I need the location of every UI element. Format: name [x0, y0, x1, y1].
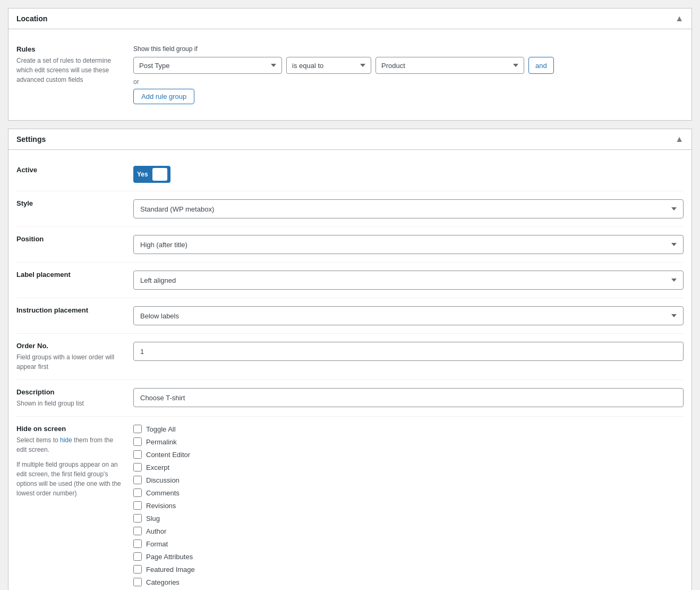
hide-on-screen-row: Hide on screen Select items to hide them… — [16, 417, 684, 590]
position-content: High (after title) Normal (after content… — [133, 235, 684, 254]
style-row: Style Standard (WP metabox) Seamless (no… — [16, 191, 684, 227]
checkbox-author-input[interactable] — [133, 527, 142, 535]
settings-panel: Settings ▲ Active Yes Style Standard (WP — [8, 129, 692, 590]
checkbox-format-input[interactable] — [133, 540, 142, 548]
checkbox-slug-input[interactable] — [133, 514, 142, 522]
checkbox-featured-image: Featured Image — [133, 565, 684, 574]
checkbox-revisions: Revisions — [133, 501, 684, 510]
location-panel-header: Location ▲ — [8, 9, 692, 29]
checkbox-revisions-input[interactable] — [133, 501, 142, 510]
rules-label-area: Rules Create a set of rules to determine… — [16, 45, 133, 104]
show-if-label: Show this field group if — [133, 45, 684, 53]
checkbox-slug: Slug — [133, 514, 684, 522]
hide-on-screen-label-area: Hide on screen Select items to hide them… — [16, 425, 133, 590]
checkbox-featured-image-label[interactable]: Featured Image — [146, 566, 195, 574]
active-content: Yes — [133, 166, 684, 183]
active-label: Active — [16, 166, 123, 174]
checkbox-comments: Comments — [133, 488, 684, 497]
active-toggle[interactable]: Yes — [133, 166, 170, 183]
position-label-area: Position — [16, 235, 133, 254]
checkbox-excerpt-label[interactable]: Excerpt — [146, 463, 169, 471]
hide-on-screen-label: Hide on screen — [16, 425, 123, 433]
checkbox-comments-label[interactable]: Comments — [146, 489, 180, 497]
checkbox-toggle-all-input[interactable] — [133, 425, 142, 433]
location-panel-toggle[interactable]: ▲ — [675, 14, 684, 23]
order-no-content — [133, 342, 684, 372]
settings-panel-header: Settings ▲ — [8, 129, 692, 150]
checkbox-page-attributes-input[interactable] — [133, 552, 142, 561]
add-rule-group-button[interactable]: Add rule group — [133, 89, 194, 104]
checkbox-featured-image-input[interactable] — [133, 565, 142, 574]
checkbox-categories-label[interactable]: Categories — [146, 578, 180, 586]
label-placement-label: Label placement — [16, 271, 123, 279]
checkbox-comments-input[interactable] — [133, 488, 142, 497]
rules-content: Show this field group if Post Type Page … — [133, 45, 684, 104]
location-panel-title: Location — [16, 14, 47, 23]
hide-on-screen-desc2: If multiple field groups appear on an ed… — [16, 460, 123, 498]
rules-desc: Create a set of rules to determine which… — [16, 56, 123, 85]
active-row: Active Yes — [16, 158, 684, 191]
description-row: Description Shown in field group list — [16, 380, 684, 417]
operator-select[interactable]: is equal to is not equal to — [286, 57, 371, 74]
position-select[interactable]: High (after title) Normal (after content… — [133, 235, 684, 254]
rule-row: Post Type Page Type Taxonomy User Option… — [133, 57, 684, 74]
settings-panel-title: Settings — [16, 135, 46, 144]
label-placement-label-area: Label placement — [16, 271, 133, 290]
instruction-placement-label-area: Instruction placement — [16, 306, 133, 325]
checkbox-format-label[interactable]: Format — [146, 540, 168, 548]
hide-on-screen-desc1: Select items to hide them from the edit … — [16, 435, 123, 454]
checkbox-slug-label[interactable]: Slug — [146, 515, 160, 522]
order-no-label: Order No. — [16, 342, 123, 350]
label-placement-select[interactable]: Left aligned Top aligned — [133, 271, 684, 290]
checkbox-categories: Categories — [133, 578, 684, 586]
and-button[interactable]: and — [528, 57, 554, 74]
checkbox-excerpt: Excerpt — [133, 463, 684, 471]
order-no-desc: Field groups with a lower order will app… — [16, 352, 123, 372]
checkbox-page-attributes: Page Attributes — [133, 552, 684, 561]
position-label: Position — [16, 235, 123, 243]
location-panel-body: Rules Create a set of rules to determine… — [8, 29, 692, 120]
settings-panel-body: Active Yes Style Standard (WP metabox) S… — [8, 150, 692, 590]
checkbox-discussion: Discussion — [133, 476, 684, 484]
hide-on-screen-content: Toggle All Permalink Content Editor Exce… — [133, 425, 684, 590]
instruction-placement-label: Instruction placement — [16, 306, 123, 314]
style-select[interactable]: Standard (WP metabox) Seamless (no metab… — [133, 199, 684, 218]
order-no-row: Order No. Field groups with a lower orde… — [16, 334, 684, 380]
description-input[interactable] — [133, 388, 684, 407]
checkbox-excerpt-input[interactable] — [133, 463, 142, 471]
description-label: Description — [16, 388, 123, 396]
settings-panel-toggle[interactable]: ▲ — [675, 134, 684, 144]
checkbox-permalink-label[interactable]: Permalink — [146, 438, 177, 446]
value-select[interactable]: Product Post Page — [375, 57, 524, 74]
instruction-placement-select[interactable]: Below labels Below fields — [133, 306, 684, 325]
checkbox-page-attributes-label[interactable]: Page Attributes — [146, 553, 193, 561]
style-label: Style — [16, 199, 123, 207]
checkbox-author: Author — [133, 527, 684, 535]
checkbox-content-editor-label[interactable]: Content Editor — [146, 451, 190, 459]
checkbox-toggle-all: Toggle All — [133, 425, 684, 433]
order-no-label-area: Order No. Field groups with a lower orde… — [16, 342, 133, 372]
checkbox-content-editor: Content Editor — [133, 450, 684, 459]
checkbox-revisions-label[interactable]: Revisions — [146, 502, 176, 510]
position-row: Position High (after title) Normal (afte… — [16, 227, 684, 263]
checkbox-permalink-input[interactable] — [133, 437, 142, 446]
checkbox-discussion-label[interactable]: Discussion — [146, 476, 180, 484]
location-panel: Location ▲ Rules Create a set of rules t… — [8, 8, 692, 121]
checkbox-discussion-input[interactable] — [133, 476, 142, 484]
order-no-input[interactable] — [133, 342, 684, 361]
toggle-handle — [152, 168, 167, 181]
checkbox-toggle-all-label[interactable]: Toggle All — [146, 425, 176, 433]
instruction-placement-content: Below labels Below fields — [133, 306, 684, 325]
checkbox-format: Format — [133, 540, 684, 548]
style-content: Standard (WP metabox) Seamless (no metab… — [133, 199, 684, 218]
checkbox-content-editor-input[interactable] — [133, 450, 142, 459]
checkbox-permalink: Permalink — [133, 437, 684, 446]
active-yes-label: Yes — [135, 171, 150, 178]
style-label-area: Style — [16, 199, 133, 218]
checkbox-author-label[interactable]: Author — [146, 527, 166, 535]
active-label-area: Active — [16, 166, 133, 183]
post-type-select[interactable]: Post Type Page Type Taxonomy User Option… — [133, 57, 282, 74]
checkbox-categories-input[interactable] — [133, 578, 142, 586]
location-rules-row: Rules Create a set of rules to determine… — [16, 37, 684, 112]
instruction-placement-row: Instruction placement Below labels Below… — [16, 298, 684, 334]
